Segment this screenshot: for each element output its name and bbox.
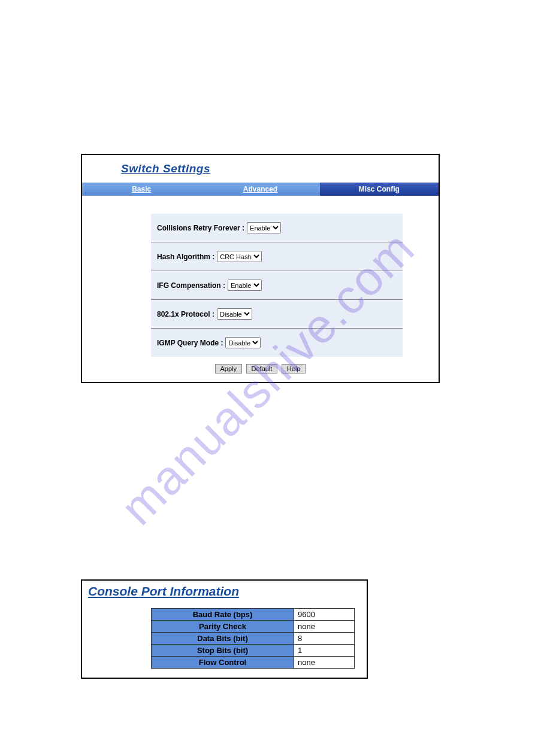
table-row: Baud Rate (bps) 9600 — [152, 609, 355, 621]
ifg-compensation-select[interactable]: Enable — [228, 280, 262, 291]
default-button[interactable]: Default — [246, 364, 278, 374]
flow-control-label: Flow Control — [152, 657, 294, 669]
console-port-title: Console Port Information — [82, 581, 367, 601]
collisions-retry-select[interactable]: Enable — [247, 222, 281, 233]
data-bits-value: 8 — [294, 633, 355, 645]
switch-settings-title: Switch Settings — [82, 155, 439, 183]
config-form: Collisions Retry Forever : Enable Hash A… — [151, 214, 403, 357]
tab-misc-config[interactable]: Misc Config — [320, 183, 439, 196]
stop-bits-value: 1 — [294, 645, 355, 657]
table-row: Stop Bits (bit) 1 — [152, 645, 355, 657]
hash-algorithm-select[interactable]: CRC Hash — [217, 251, 262, 262]
tab-basic[interactable]: Basic — [82, 183, 201, 196]
console-port-panel: Console Port Information Baud Rate (bps)… — [81, 579, 368, 679]
data-bits-label: Data Bits (bit) — [152, 633, 294, 645]
table-row: Parity Check none — [152, 621, 355, 633]
apply-button[interactable]: Apply — [215, 364, 243, 374]
stop-bits-label: Stop Bits (bit) — [152, 645, 294, 657]
hash-algorithm-row: Hash Algorithm : CRC Hash — [151, 242, 403, 271]
8021x-protocol-label: 802.1x Protocol : — [157, 310, 214, 318]
help-button[interactable]: Help — [282, 364, 306, 374]
igmp-query-label: IGMP Query Mode : — [157, 339, 223, 347]
igmp-query-row: IGMP Query Mode : Disable — [151, 329, 403, 357]
console-port-table: Baud Rate (bps) 9600 Parity Check none D… — [151, 608, 355, 669]
ifg-compensation-label: IFG Compensation : — [157, 281, 225, 290]
switch-settings-panel: Switch Settings Basic Advanced Misc Conf… — [81, 154, 440, 383]
igmp-query-select[interactable]: Disable — [225, 337, 261, 348]
parity-check-value: none — [294, 621, 355, 633]
collisions-retry-row: Collisions Retry Forever : Enable — [151, 214, 403, 242]
8021x-protocol-row: 802.1x Protocol : Disable — [151, 300, 403, 329]
parity-check-label: Parity Check — [152, 621, 294, 633]
baud-rate-label: Baud Rate (bps) — [152, 609, 294, 621]
tab-bar: Basic Advanced Misc Config — [82, 183, 439, 196]
tab-advanced[interactable]: Advanced — [201, 183, 319, 196]
button-row: Apply Default Help — [82, 357, 439, 382]
console-port-title-text: Console Port Information — [88, 584, 239, 598]
ifg-compensation-row: IFG Compensation : Enable — [151, 271, 403, 300]
table-row: Data Bits (bit) 8 — [152, 633, 355, 645]
hash-algorithm-label: Hash Algorithm : — [157, 253, 214, 261]
flow-control-value: none — [294, 657, 355, 669]
8021x-protocol-select[interactable]: Disable — [217, 308, 252, 320]
table-row: Flow Control none — [152, 657, 355, 669]
baud-rate-value: 9600 — [294, 609, 355, 621]
collisions-retry-label: Collisions Retry Forever : — [157, 224, 244, 232]
switch-settings-title-text: Switch Settings — [121, 162, 210, 175]
